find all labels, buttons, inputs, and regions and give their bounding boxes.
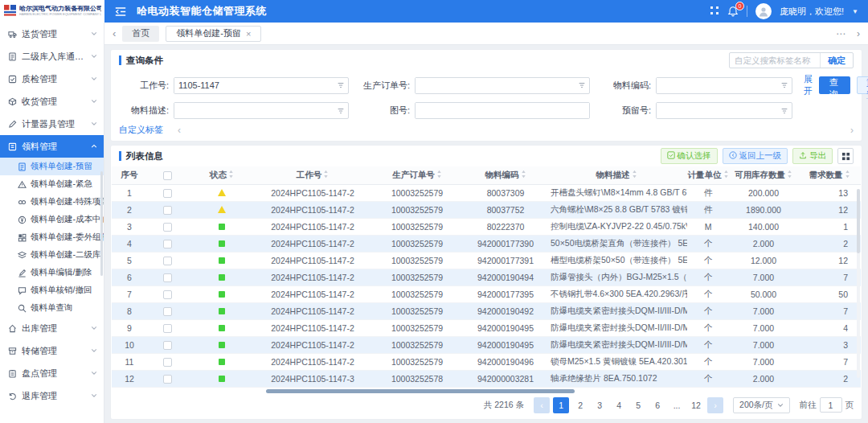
table-row[interactable]: 92024HPC1105-1147-2100032525799420001904…	[112, 319, 861, 336]
column-header[interactable]: 状态	[187, 166, 256, 184]
row-checkbox[interactable]	[163, 206, 172, 215]
page-size-select[interactable]: 200条/页	[733, 397, 789, 413]
checkbox-cell[interactable]	[147, 302, 187, 319]
checkbox-cell[interactable]	[147, 370, 187, 387]
sidebar-item[interactable]: 二级库入库通知单	[0, 45, 104, 68]
table-row[interactable]: 52024HPC1105-1147-2100032525799420001773…	[112, 252, 861, 269]
page-number[interactable]: 1	[553, 397, 569, 413]
avatar[interactable]	[755, 3, 772, 19]
search-button[interactable]: 查询	[819, 76, 850, 94]
tab-requisition-reserve[interactable]: 领料单创建-预留×	[166, 26, 261, 42]
prev-page-icon[interactable]: ‹	[534, 397, 550, 413]
sort-icon[interactable]	[228, 170, 234, 180]
checkbox-cell[interactable]	[147, 252, 187, 269]
tab-close-icon[interactable]: ×	[246, 29, 251, 39]
row-checkbox[interactable]	[163, 290, 172, 299]
table-row[interactable]: 122024HPC1105-1147-310003252578942000003…	[112, 370, 861, 387]
page-number[interactable]: 5	[630, 397, 646, 413]
custom-tag-link[interactable]: 自定义标签	[119, 124, 163, 136]
sidebar-subitem[interactable]: 领料单创建-预留	[0, 158, 104, 175]
sidebar-item[interactable]: 转储管理	[0, 339, 104, 362]
tag-confirm-button[interactable]: 确定	[820, 53, 853, 68]
material-desc-input[interactable]	[174, 103, 333, 118]
sort-icon[interactable]	[723, 170, 729, 180]
sidebar-subitem[interactable]: 领料单创建-特殊项目	[0, 193, 104, 211]
page-number[interactable]: 3	[592, 397, 608, 413]
tag-scroll-left-icon[interactable]: ‹	[178, 125, 181, 136]
row-checkbox[interactable]	[163, 375, 172, 384]
sort-icon[interactable]	[632, 170, 637, 180]
row-checkbox[interactable]	[163, 324, 172, 333]
filter-icon[interactable]	[776, 78, 792, 93]
filter-icon[interactable]	[776, 103, 792, 118]
reserve-no-input[interactable]	[657, 103, 776, 118]
sidebar-item[interactable]: 领料管理	[0, 135, 104, 158]
fullscreen-grid-icon[interactable]	[710, 6, 719, 18]
sort-icon[interactable]	[323, 170, 329, 180]
sort-icon[interactable]	[436, 170, 442, 180]
column-settings-icon[interactable]	[837, 148, 854, 164]
sidebar-subitem[interactable]: 领料单创建-委外组件	[0, 228, 104, 246]
custom-search-tag-input[interactable]	[730, 55, 820, 65]
column-header[interactable]: 物料编码	[465, 166, 546, 184]
table-row[interactable]: 82024HPC1105-1147-2100032525799420001904…	[112, 302, 861, 319]
table-row[interactable]: 112024HPC1105-1147-210003252579942000190…	[112, 353, 861, 370]
table-row[interactable]: 12024HPC1105-1147-21000325257980037309开槽…	[112, 184, 861, 201]
table-row[interactable]: 22024HPC1105-1147-21000325257980037752六角…	[112, 201, 861, 218]
column-header[interactable]: 工作号	[256, 166, 369, 184]
production-order-no-input[interactable]	[416, 78, 574, 93]
goto-page-input[interactable]	[820, 397, 842, 413]
row-checkbox[interactable]	[163, 341, 172, 350]
vscrollbar-thumb[interactable]	[857, 189, 860, 253]
checkbox-cell[interactable]	[147, 269, 187, 285]
table-row[interactable]: 62024HPC1105-1147-2100032525799420001904…	[112, 269, 861, 285]
back-to-parent-button[interactable]: 返回上一级	[723, 148, 788, 164]
table-row[interactable]: 42024HPC1105-1147-2100032525799420001773…	[112, 235, 861, 252]
checkbox-cell[interactable]	[147, 285, 187, 302]
hscrollbar-thumb[interactable]	[266, 389, 575, 393]
confirm-selection-button[interactable]: 确认选择	[661, 148, 718, 164]
column-header[interactable]: 物料描述	[546, 166, 687, 184]
select-all-checkbox[interactable]	[163, 171, 172, 180]
sidebar-subitem[interactable]: 领料单创建-成本中心	[0, 211, 104, 228]
filter-icon[interactable]	[333, 78, 348, 93]
sidebar-subitem[interactable]: 领料单查询	[0, 299, 104, 317]
tabs-forward-icon[interactable]: ›	[857, 28, 860, 39]
filter-icon[interactable]	[574, 78, 589, 93]
row-checkbox[interactable]	[163, 240, 172, 248]
work-no-input[interactable]	[174, 78, 333, 93]
checkbox-cell[interactable]	[147, 201, 187, 218]
select-all-column-header[interactable]	[147, 166, 187, 184]
sidebar-item[interactable]: 收货管理	[0, 90, 104, 113]
checkbox-cell[interactable]	[147, 353, 187, 370]
page-number[interactable]: 12	[688, 397, 704, 413]
row-checkbox[interactable]	[163, 358, 172, 367]
checkbox-cell[interactable]	[147, 184, 187, 201]
table-row[interactable]: 32024HPC1105-1147-21000325257980222370控制…	[112, 218, 861, 235]
sort-icon[interactable]	[787, 170, 792, 180]
sidebar-item[interactable]: 出库管理	[0, 317, 104, 339]
checkbox-cell[interactable]	[147, 235, 187, 252]
notification-bell-icon[interactable]: 0	[727, 6, 739, 17]
tab-home[interactable]: 首页	[122, 26, 159, 42]
sidebar-item[interactable]: 送货管理	[0, 23, 104, 45]
sidebar-scrollbar[interactable]	[100, 171, 103, 276]
sidebar-item[interactable]: 质检管理	[0, 68, 104, 90]
column-header[interactable]: 计量单位	[687, 166, 729, 184]
checkbox-cell[interactable]	[147, 218, 187, 235]
sidebar-item[interactable]: 计量器具管理	[0, 113, 104, 135]
tabs-back-icon[interactable]: ‹	[113, 27, 116, 39]
sidebar-subitem[interactable]: 领料单编辑/删除	[0, 264, 104, 281]
sidebar-item[interactable]: 盘点管理	[0, 362, 104, 384]
user-menu-caret-icon[interactable]: ▼	[852, 8, 858, 15]
page-number[interactable]: 6	[649, 397, 665, 413]
row-checkbox[interactable]	[163, 189, 172, 198]
checkbox-cell[interactable]	[147, 319, 187, 336]
material-code-input[interactable]	[657, 78, 776, 93]
row-checkbox[interactable]	[163, 273, 172, 282]
expand-filters-link[interactable]: 展开	[804, 73, 813, 97]
user-greeting[interactable]: 庞晓明，欢迎您!	[780, 6, 844, 18]
sidebar-subitem[interactable]: 领料单创建-紧急	[0, 175, 104, 193]
sort-icon[interactable]	[521, 170, 526, 180]
sidebar-item[interactable]: 退库管理	[0, 384, 104, 407]
